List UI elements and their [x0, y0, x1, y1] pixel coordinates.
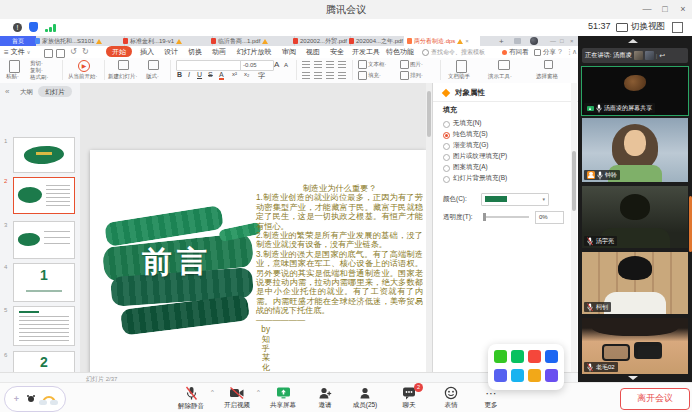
slide-thumbnail-4[interactable]: 1 — [13, 263, 75, 302]
new-slide-label[interactable]: 新建幻灯片· — [108, 73, 137, 80]
radio-solid-fill[interactable] — [443, 132, 450, 139]
print-icon[interactable] — [56, 49, 65, 58]
italic-button[interactable]: I — [188, 71, 190, 78]
radio-background-fill[interactable] — [443, 176, 450, 183]
char-spacing-button[interactable]: 字 — [258, 71, 265, 81]
line-spacing-icon[interactable] — [338, 72, 346, 79]
collapse-up-icon[interactable] — [628, 39, 638, 43]
participant-video[interactable]: 柯钊 — [582, 252, 688, 314]
menu-slideshow[interactable]: 幻灯片放映 — [232, 46, 276, 58]
format-painter-button[interactable]: 格式刷· — [30, 74, 48, 81]
app-icon-orange[interactable] — [528, 369, 541, 382]
indent-increase-icon[interactable] — [338, 61, 346, 68]
align-left-icon[interactable] — [302, 72, 310, 79]
undo-icon[interactable]: ↺ — [70, 46, 77, 58]
picture-icon[interactable] — [400, 60, 409, 69]
minimize-button[interactable]: — — [638, 0, 656, 19]
wps-doc-tab[interactable]: 临沂鲁商...1.pdf — [208, 36, 295, 46]
doc-helper-label[interactable]: 文档助手 — [448, 73, 470, 80]
wps-minimize-button[interactable]: — — [550, 36, 558, 46]
leave-meeting-button[interactable]: 离开会议 — [620, 388, 690, 410]
app-icon-wechat[interactable] — [511, 350, 524, 363]
meeting-info-icon[interactable]: ! — [13, 23, 22, 32]
play-from-current-icon[interactable]: ▶ — [78, 60, 90, 72]
menu-devtools[interactable]: 开发工具 — [350, 46, 382, 58]
select-pane-icon[interactable] — [544, 60, 553, 69]
wps-doc-tab[interactable]: 202002...外贸.pdf — [290, 36, 351, 46]
numbering-icon[interactable] — [314, 61, 322, 68]
close-button[interactable]: × — [674, 0, 692, 19]
wps-maximize-button[interactable]: □ — [560, 36, 568, 46]
fill-label[interactable]: 填充· — [368, 72, 381, 79]
radio-label[interactable]: 纯色填充(S) — [453, 130, 488, 139]
new-tab-button[interactable]: + — [496, 36, 512, 46]
color-dropdown[interactable]: ▾ — [481, 193, 549, 206]
present-tools-label[interactable]: 演示工具· — [488, 73, 512, 80]
unmute-button[interactable]: 解除静音 — [170, 386, 212, 411]
app-icon-green[interactable] — [494, 350, 507, 363]
layout-icon[interactable] — [148, 60, 159, 70]
collapse-ribbon-icon[interactable]: ∧ — [572, 46, 577, 58]
textbox-icon[interactable] — [358, 60, 367, 69]
file-menu[interactable]: ≡ 文件 ∨ — [4, 46, 30, 58]
radio-gradient-fill[interactable] — [443, 143, 450, 150]
fill-icon[interactable] — [358, 71, 367, 80]
layout-label[interactable]: 版式· — [146, 73, 159, 80]
opacity-slider[interactable] — [483, 216, 529, 218]
share-button[interactable]: 分享 — [534, 47, 556, 57]
members-button[interactable]: 成员(25) — [344, 386, 386, 410]
switch-view-button[interactable]: 切换视图 — [616, 20, 665, 34]
video-options-caret[interactable]: ^ — [257, 389, 260, 395]
radio-label[interactable]: 图片或纹理填充(P) — [453, 152, 507, 161]
arrange-icon[interactable] — [400, 71, 409, 80]
slide-thumbnail-2-selected[interactable] — [13, 177, 75, 214]
chat-button[interactable]: 聊天 2 — [388, 386, 430, 410]
menu-start[interactable]: 开始 — [106, 46, 132, 57]
menu-review[interactable]: 审阅 — [278, 46, 300, 58]
menu-animation[interactable]: 动画 — [208, 46, 230, 58]
slide-body-text[interactable]: 制造业为什么重要？ 1.制造业创造的就业岗位最多，正因为有了劳动密集型产业，才能… — [256, 184, 423, 325]
security-shield-icon[interactable] — [29, 22, 38, 32]
new-slide-icon[interactable] — [118, 60, 129, 70]
collapse-panel-icon[interactable]: « — [5, 87, 9, 96]
arrange-label[interactable]: 排列· — [410, 72, 423, 79]
radio-no-fill[interactable] — [443, 121, 450, 128]
desktop-widget[interactable]: + — [4, 386, 66, 412]
app-icon-blue[interactable] — [511, 369, 524, 382]
radio-label[interactable]: 无填充(N) — [453, 119, 482, 128]
menu-view[interactable]: 视图 — [302, 46, 324, 58]
increase-font-icon[interactable]: A — [274, 60, 279, 69]
bullets-icon[interactable] — [302, 61, 310, 68]
redo-icon[interactable]: ↻ — [82, 46, 89, 58]
strikethrough-button[interactable]: S — [208, 71, 213, 78]
wps-close-button[interactable]: × — [570, 36, 578, 46]
picture-label[interactable]: 图片· — [410, 61, 423, 68]
wps-doc-tab[interactable]: 标准金利...19-v1 — [120, 36, 213, 46]
tab-outline[interactable]: 大纲 — [20, 88, 33, 97]
radio-pattern-fill[interactable] — [443, 165, 450, 172]
mic-options-caret[interactable]: ^ — [211, 389, 214, 395]
cut-button[interactable]: 剪切· — [30, 60, 43, 67]
template-icon[interactable] — [514, 38, 521, 44]
start-video-button[interactable]: 开启视频 — [216, 386, 258, 410]
decrease-font-icon[interactable]: A — [284, 62, 288, 68]
participant-video[interactable]: 汤宇亮 — [582, 186, 688, 248]
radio-picture-fill[interactable] — [443, 154, 450, 161]
radio-label[interactable]: 渐变填充(G) — [453, 141, 488, 150]
save-icon[interactable] — [44, 49, 53, 58]
select-pane-label[interactable]: 选择窗格 — [536, 73, 558, 80]
radio-label[interactable]: 幻灯片背景填充(B) — [453, 174, 507, 183]
slide-canvas[interactable]: 前言 制造业为什么重要？ 1.制造业创造的就业岗位最多，正因为有了劳动密集型产业… — [80, 83, 426, 372]
scrollbar-thumb[interactable] — [572, 151, 576, 211]
slider-thumb[interactable] — [483, 213, 486, 221]
wps-home-tab[interactable]: 首页 — [0, 36, 36, 46]
participant-video-screenshare[interactable]: 汤雨凌的屏幕共享 — [581, 66, 689, 116]
menu-features[interactable]: 特色功能 — [384, 46, 416, 58]
invite-button[interactable]: 邀请 — [304, 386, 346, 410]
maximize-button[interactable]: □ — [656, 0, 674, 19]
collapse-down-icon[interactable] — [628, 376, 638, 380]
app-icon-purple[interactable] — [545, 369, 558, 382]
close-tab-icon[interactable]: × — [465, 38, 469, 44]
tab-slides[interactable]: 幻灯片 — [38, 86, 72, 97]
slide-title[interactable]: 前言 — [142, 242, 212, 283]
